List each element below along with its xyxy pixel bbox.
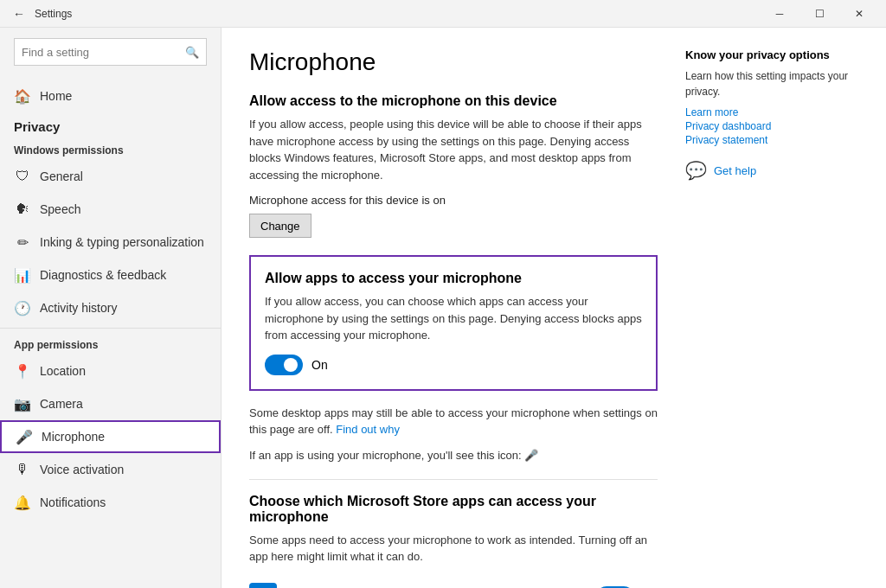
window-controls: ─ ☐ ✕: [760, 0, 879, 28]
search-icon: 🔍: [185, 46, 199, 59]
change-button[interactable]: Change: [249, 214, 311, 238]
sidebar-item-diagnostics-label: Diagnostics & feedback: [40, 268, 166, 282]
sidebar-item-general-label: General: [40, 169, 83, 183]
section1-title: Allow access to the microphone on this d…: [249, 93, 658, 109]
info-panel-title: Know your privacy options: [685, 48, 858, 61]
home-icon: 🏠: [14, 88, 31, 105]
sidebar-item-notifications[interactable]: 🔔 Notifications: [0, 486, 221, 519]
find-out-why-link[interactable]: Find out why: [336, 423, 400, 436]
privacy-dashboard-link[interactable]: Privacy dashboard: [685, 120, 858, 132]
sidebar-item-activity-label: Activity history: [40, 301, 117, 315]
section2-description: Some apps need to access your microphone…: [249, 532, 658, 566]
microphone-status: Microphone access for this device is on: [249, 194, 658, 207]
voice-icon: 🎙: [14, 462, 31, 477]
sidebar-app-permissions-label: App permissions: [0, 332, 221, 355]
section1-description: If you allow access, people using this d…: [249, 116, 658, 183]
section2-title: Choose which Microsoft Store apps can ac…: [249, 494, 658, 525]
sidebar-item-general[interactable]: 🛡 General: [0, 160, 221, 193]
main-layout: 🔍 🏠 Home Privacy Windows permissions 🛡 G…: [0, 28, 886, 588]
sidebar-item-location[interactable]: 📍 Location: [0, 355, 221, 387]
sidebar-privacy-section: Privacy: [0, 112, 221, 137]
content-columns: Microphone Allow access to the microphon…: [249, 48, 858, 588]
toggle-row: On: [265, 355, 642, 375]
icon-note: If an app is using your microphone, you'…: [249, 449, 658, 462]
sidebar-item-voice[interactable]: 🎙 Voice activation: [0, 453, 221, 486]
app-row-3dviewer: ⬡ 3D Viewer On: [249, 576, 658, 589]
sidebar-item-home-label: Home: [40, 89, 72, 103]
sidebar-item-microphone-label: Microphone: [42, 430, 105, 444]
sidebar-item-camera-label: Camera: [40, 397, 83, 411]
microphone-status-icon: 🎤: [524, 449, 538, 462]
toggle-box: Allow apps to access your microphone If …: [249, 255, 658, 391]
sidebar-item-activity[interactable]: 🕐 Activity history: [0, 291, 221, 324]
sidebar-item-notifications-label: Notifications: [40, 495, 106, 509]
sidebar-item-camera[interactable]: 📷 Camera: [0, 387, 221, 420]
divider: [249, 479, 658, 480]
sidebar-divider: [0, 328, 221, 329]
sidebar-item-voice-label: Voice activation: [40, 463, 124, 476]
minimize-button[interactable]: ─: [760, 0, 799, 28]
notifications-icon: 🔔: [14, 495, 31, 511]
toggle-box-title: Allow apps to access your microphone: [265, 271, 642, 286]
privacy-statement-link[interactable]: Privacy statement: [685, 134, 858, 146]
speech-icon: 🗣: [14, 201, 31, 217]
content-main: Microphone Allow access to the microphon…: [249, 48, 658, 588]
activity-icon: 🕐: [14, 300, 31, 316]
toggle-state-label: On: [311, 358, 328, 372]
page-title: Microphone: [249, 48, 658, 76]
general-icon: 🛡: [14, 169, 31, 184]
help-icon: 💬: [685, 160, 707, 181]
desktop-note: Some desktop apps may still be able to a…: [249, 405, 658, 438]
desktop-note-text: Some desktop apps may still be able to a…: [249, 406, 658, 437]
sidebar-windows-permissions-label: Windows permissions: [0, 137, 221, 160]
sidebar-header: 🔍: [0, 28, 221, 80]
toggle-box-description: If you allow access, you can choose whic…: [265, 293, 642, 344]
sidebar-item-inking-label: Inking & typing personalization: [40, 235, 204, 249]
sidebar: 🔍 🏠 Home Privacy Windows permissions 🛡 G…: [0, 28, 222, 588]
sidebar-item-location-label: Location: [40, 364, 86, 378]
inking-icon: ✏: [14, 234, 31, 251]
sidebar-item-inking[interactable]: ✏ Inking & typing personalization: [0, 226, 221, 259]
title-bar: ← Settings ─ ☐ ✕: [0, 0, 886, 28]
toggle-track: [265, 355, 303, 375]
sidebar-item-microphone[interactable]: 🎤 Microphone: [0, 420, 221, 453]
get-help-link[interactable]: 💬 Get help: [685, 160, 858, 181]
info-panel-description: Learn how this setting impacts your priv…: [685, 68, 858, 99]
close-button[interactable]: ✕: [839, 0, 879, 28]
diagnostics-icon: 📊: [14, 267, 31, 284]
sidebar-item-diagnostics[interactable]: 📊 Diagnostics & feedback: [0, 259, 221, 291]
search-box[interactable]: 🔍: [14, 38, 207, 66]
back-button[interactable]: ←: [7, 2, 31, 26]
content-area: Microphone Allow access to the microphon…: [222, 28, 886, 588]
window-title: Settings: [31, 8, 760, 20]
sidebar-item-speech[interactable]: 🗣 Speech: [0, 193, 221, 226]
get-help-label: Get help: [714, 164, 756, 177]
location-icon: 📍: [14, 363, 31, 380]
3d-viewer-icon: ⬡: [249, 583, 277, 589]
toggle-thumb: [284, 358, 298, 372]
camera-icon: 📷: [14, 396, 31, 412]
learn-more-link[interactable]: Learn more: [685, 106, 858, 118]
microphone-icon: 🎤: [16, 429, 33, 445]
maximize-button[interactable]: ☐: [799, 0, 839, 28]
microphone-toggle[interactable]: [265, 355, 303, 375]
info-panel: Know your privacy options Learn how this…: [685, 48, 858, 588]
icon-note-text: If an app is using your microphone, you'…: [249, 449, 522, 462]
search-input[interactable]: [22, 46, 185, 59]
sidebar-item-home[interactable]: 🏠 Home: [0, 80, 221, 112]
sidebar-item-speech-label: Speech: [40, 202, 80, 216]
